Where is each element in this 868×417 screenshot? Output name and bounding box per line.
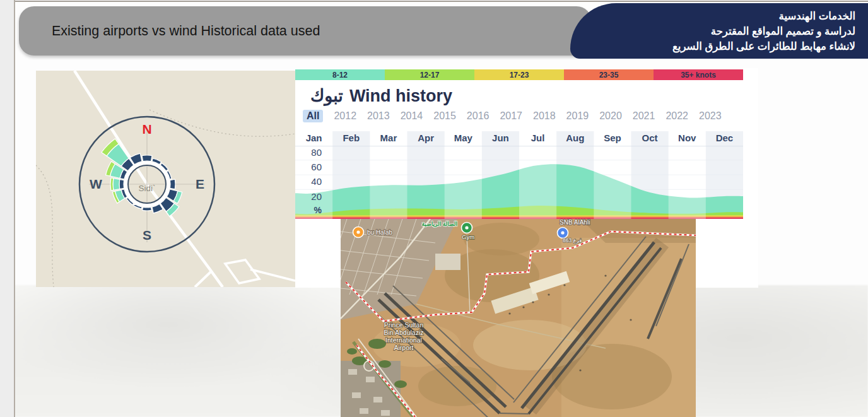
wind-rose-map: Sidi`NSWE [36, 71, 295, 287]
tab-all[interactable]: All [303, 110, 323, 122]
compass-n-label: N [142, 122, 151, 136]
legend-segment: 8-12 [295, 69, 385, 80]
wind-speed-legend: 8-1212-1717-2323-3535+ knots [295, 69, 743, 80]
compass-w-label: W [90, 177, 102, 191]
gym-marker[interactable] [462, 223, 472, 233]
wind-history-chart: JanFebMarAprMayJunJulAugSepOctNovDec8060… [295, 131, 743, 219]
header-banner: الخدمات الهندسية لدراسة و تصميم المواقع … [570, 3, 868, 59]
banner-line-3: لانشاء مهابط للطائرات على الطرق السريع [570, 39, 855, 54]
chart-title: تبوك Wind history [310, 86, 452, 106]
bank-marker[interactable] [558, 228, 568, 238]
restaurant-marker[interactable] [353, 227, 364, 238]
ytick-label: 40 [311, 176, 322, 187]
gym-label-arabic: الصالة الرياضية [422, 221, 458, 228]
petal-segment [113, 179, 120, 191]
tab-2014[interactable]: 2014 [401, 110, 423, 122]
month-label: Jun [492, 132, 509, 143]
tab-2015[interactable]: 2015 [433, 110, 456, 122]
banner-line-2: لدراسة و تصميم المواقع المقترحة [570, 24, 855, 39]
gym-label: Gym [462, 233, 474, 240]
month-label: Jul [531, 132, 545, 143]
ytick-label: 80 [311, 147, 322, 158]
bank-label: SNB AlAhli [560, 219, 590, 226]
tab-2020[interactable]: 2020 [599, 110, 622, 122]
svg-text:Bin Abdulaziz: Bin Abdulaziz [384, 329, 423, 336]
month-label: Feb [343, 132, 360, 143]
tab-2019[interactable]: 2019 [566, 110, 589, 122]
slide-title: Existing airports vs wind Historical dat… [19, 6, 592, 56]
compass-s-label: S [143, 228, 151, 242]
month-label: Nov [678, 132, 696, 143]
compass-e-label: E [196, 177, 204, 191]
petal-segment [142, 155, 152, 162]
tab-2022[interactable]: 2022 [666, 110, 688, 122]
legend-segment: 35+ knots [654, 69, 743, 80]
svg-text:Airport: Airport [394, 344, 414, 351]
tab-2017[interactable]: 2017 [500, 110, 522, 122]
ytick-label: 60 [311, 162, 322, 172]
tab-2013[interactable]: 2013 [367, 110, 390, 122]
petal-segment [119, 179, 124, 189]
banner-line-1: الخدمات الهندسية [570, 9, 855, 24]
month-label: Sep [604, 132, 621, 143]
svg-text:International: International [385, 336, 422, 344]
month-label: Dec [716, 132, 734, 143]
month-label: Apr [418, 132, 434, 143]
slide-top-border [15, 1, 868, 2]
y-unit-label: % [314, 205, 322, 215]
legend-segment: 12-17 [385, 69, 474, 80]
wind-rose-diagram: Sidi`NSWE [36, 71, 295, 287]
month-label: Jan [306, 132, 322, 143]
tab-2018[interactable]: 2018 [533, 110, 556, 122]
ytick-label: 20 [311, 191, 322, 202]
petal-segment [110, 178, 114, 191]
petal-segment [170, 179, 175, 189]
petal-segment [143, 207, 152, 211]
bank-label-arabic: فرع 863 [563, 237, 582, 244]
year-tabs: All2012201320142015201620172018201920202… [303, 110, 722, 122]
airport-satellite-map: Prince SultanBin AbdulazizInternationalA… [341, 219, 696, 417]
svg-text:Prince Sultan: Prince Sultan [384, 321, 424, 329]
slide: Existing airports vs wind Historical dat… [0, 0, 868, 417]
month-label: Mar [380, 132, 397, 143]
tab-2021[interactable]: 2021 [633, 110, 655, 122]
legend-segment: 17-23 [474, 69, 564, 80]
legend-segment: 23-35 [564, 69, 654, 80]
tab-2023[interactable]: 2023 [699, 110, 722, 122]
month-label: May [454, 132, 473, 143]
chart-title-arabic: تبوك [310, 86, 343, 106]
satellite-image: Prince SultanBin AbdulazizInternationalA… [341, 219, 696, 417]
slide-left-border [14, 0, 15, 417]
month-label: Oct [642, 132, 658, 143]
chart-title-text: Wind history [349, 86, 452, 106]
restaurant-label: bu Halab [367, 229, 392, 236]
month-label: Aug [566, 132, 584, 143]
tab-2012[interactable]: 2012 [334, 110, 356, 122]
station-label: Sidi` [138, 184, 155, 193]
slide-title-bubble: Existing airports vs wind Historical dat… [19, 6, 592, 56]
tab-2016[interactable]: 2016 [467, 110, 490, 122]
